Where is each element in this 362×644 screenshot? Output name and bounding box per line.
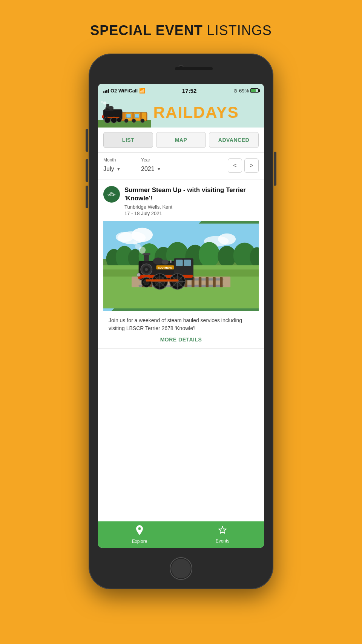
tab-advanced[interactable]: ADVANCED xyxy=(209,132,259,148)
speaker-bar xyxy=(175,67,213,70)
svg-rect-54 xyxy=(206,277,209,287)
month-select[interactable]: July ▼ xyxy=(103,164,137,174)
more-details-link[interactable]: MORE DETAILS xyxy=(160,337,202,343)
carrier-name: O2 WiFiCall xyxy=(110,88,138,94)
prev-month-button[interactable]: < xyxy=(228,158,242,173)
bottom-nav-explore[interactable]: Explore xyxy=(98,521,181,548)
bottom-nav-events[interactable]: Events xyxy=(181,521,264,548)
nav-arrows: < > xyxy=(228,158,259,174)
svg-rect-53 xyxy=(199,277,201,287)
phone-shell: O2 WiFiCall 📶 17:52 ⊙ 69% xyxy=(89,54,273,589)
explore-icon xyxy=(135,525,144,537)
signal-bars xyxy=(103,88,109,93)
explore-label: Explore xyxy=(132,539,147,544)
tab-list[interactable]: LIST xyxy=(103,132,153,148)
event-description: Join us for a weekend of steam hauled se… xyxy=(103,311,259,336)
app-header: RAILDAYS xyxy=(98,97,264,128)
svg-rect-60 xyxy=(176,260,183,266)
svg-point-72 xyxy=(137,273,140,277)
event-location: Tunbridge Wells, Kent xyxy=(124,204,259,210)
svg-rect-7 xyxy=(135,114,139,118)
svg-rect-61 xyxy=(184,260,191,266)
railway-logo-text: SPA VALLEY xyxy=(107,192,115,197)
page-title: SPECIAL EVENT LISTINGS xyxy=(90,23,272,38)
svg-point-36 xyxy=(199,242,220,267)
event-title: Summer Steam Up - with visiting Terrier … xyxy=(124,186,259,203)
bottom-nav: Explore Events xyxy=(98,521,264,548)
battery-percent: 69% xyxy=(239,88,249,94)
event-header: SPA VALLEY Summer Steam Up - with visiti… xyxy=(103,186,259,216)
header-train-img xyxy=(98,101,151,128)
svg-rect-56 xyxy=(220,277,222,287)
tab-map[interactable]: MAP xyxy=(156,132,206,148)
svg-point-14 xyxy=(108,106,114,110)
phone-screen: O2 WiFiCall 📶 17:52 ⊙ 69% xyxy=(98,84,264,548)
year-select[interactable]: 2021 ▼ xyxy=(141,164,175,174)
svg-point-68 xyxy=(162,260,169,264)
svg-point-27 xyxy=(218,234,236,245)
event-info: Summer Steam Up - with visiting Terrier … xyxy=(124,186,259,216)
svg-point-94 xyxy=(133,241,137,245)
wifi-icon: 📶 xyxy=(139,88,145,94)
month-chevron-icon: ▼ xyxy=(116,166,121,172)
month-filter-group: Month July ▼ xyxy=(103,157,137,174)
svg-rect-6 xyxy=(126,114,131,118)
events-icon xyxy=(218,526,227,537)
svg-point-67 xyxy=(153,258,163,265)
svg-point-64 xyxy=(145,268,147,271)
svg-point-10 xyxy=(141,119,144,123)
more-details-container: MORE DETAILS xyxy=(103,336,259,348)
svg-point-25 xyxy=(116,232,133,242)
event-dates: 17 - 18 July 2021 xyxy=(124,211,259,216)
next-month-button[interactable]: > xyxy=(244,158,259,173)
railway-logo: SPA VALLEY xyxy=(103,186,120,203)
svg-point-24 xyxy=(132,228,153,242)
svg-point-20 xyxy=(103,101,106,105)
year-label: Year xyxy=(141,157,175,163)
status-right: ⊙ 69% xyxy=(233,88,259,94)
year-chevron-icon: ▼ xyxy=(157,166,161,172)
svg-rect-89 xyxy=(146,280,178,282)
event-list: SPA VALLEY Summer Steam Up - with visiti… xyxy=(98,180,264,521)
svg-rect-55 xyxy=(213,277,215,287)
battery-fill xyxy=(251,89,256,92)
svg-point-17 xyxy=(117,118,121,122)
events-label: Events xyxy=(216,538,230,544)
svg-point-95 xyxy=(138,527,141,530)
month-value: July xyxy=(103,166,114,172)
status-time: 17:52 xyxy=(182,88,196,94)
svg-point-8 xyxy=(124,119,128,123)
year-filter-group: Year 2021 ▼ xyxy=(141,157,175,174)
location-icon: ⊙ xyxy=(233,88,238,94)
year-value: 2021 xyxy=(141,166,155,172)
app-logo: RAILDAYS xyxy=(153,103,239,121)
svg-rect-18 xyxy=(102,115,104,118)
status-bar: O2 WiFiCall 📶 17:52 ⊙ 69% xyxy=(98,84,264,97)
status-left: O2 WiFiCall 📶 xyxy=(103,88,145,94)
filter-row: Month July ▼ Year 2021 ▼ < > xyxy=(98,153,264,180)
month-label: Month xyxy=(103,157,137,163)
event-image: SOUTHERN xyxy=(103,221,259,311)
event-card: SPA VALLEY Summer Steam Up - with visiti… xyxy=(98,180,264,349)
svg-point-9 xyxy=(132,119,136,123)
home-button[interactable] xyxy=(170,557,192,580)
phone-bottom xyxy=(170,548,192,589)
svg-text:SOUTHERN: SOUTHERN xyxy=(158,266,172,269)
nav-tabs: LIST MAP ADVANCED xyxy=(98,128,264,153)
phone-top xyxy=(89,54,273,84)
svg-rect-69 xyxy=(170,260,172,263)
battery-icon xyxy=(250,88,259,93)
